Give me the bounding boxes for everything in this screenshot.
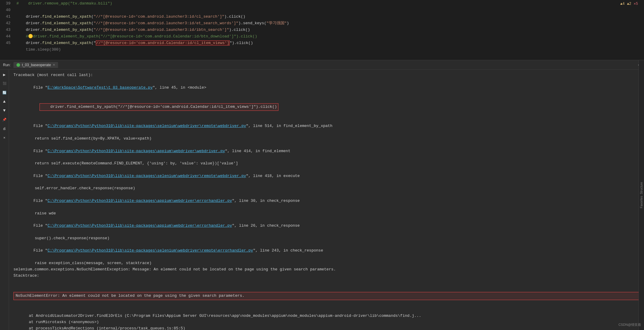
stack-trace-1: at AndroidUiautomator2Driver.findElOrEls… — [13, 313, 640, 319]
code-line-39: 39 # driver.remove_app("tv.danmaku.bili"… — [0, 0, 644, 7]
traceback-file-4: File "C:\Programs\Python\Python310\lib\s… — [13, 167, 640, 185]
run-tab[interactable]: t_03_baseoperate ✕ — [13, 62, 58, 68]
favorites-label: Favorites — [640, 196, 643, 208]
side-labels-panel: Structure Favorites — [639, 60, 644, 330]
stack-trace-3: at processTicksAndRejections (internal/p… — [13, 326, 640, 330]
run-tab-name: t_03_baseoperate — [22, 63, 51, 67]
tab-python-icon — [16, 63, 20, 67]
scroll-up-button[interactable]: ▲ — [1, 98, 8, 105]
traceback-file-5: File "C:\Programs\Python\Python310\lib\s… — [13, 192, 640, 210]
code-line-45: 45 driver.find_element_by_xpath("//*[@re… — [0, 40, 644, 46]
file-link-2[interactable]: C:\Programs\Python\Python310\lib\site-pa… — [48, 124, 246, 128]
traceback-code-6: super().check_response(response) — [13, 235, 640, 242]
traceback-file-7: File "C:\Programs\Python\Python310\lib\s… — [13, 242, 640, 260]
stack-trace-2: at runMicrotasks (<anonymous>) — [13, 319, 640, 326]
traceback-file-3: File "C:\Programs\Python\Python310\lib\s… — [13, 142, 640, 161]
run-label: Run: — [3, 63, 10, 67]
code-editor: ▲4 ▲2 ✕5 39 # driver.remove_app("tv.danm… — [0, 0, 644, 60]
run-panel: Run: t_03_baseoperate ✕ ⚙ ▶ ⬛ 🔄 ▲ ▼ 📌 🖨 … — [0, 60, 644, 330]
warning-yellow-1: ▲4 — [620, 1, 625, 6]
run-button[interactable]: ▶ — [1, 71, 8, 78]
file-link-6[interactable]: C:\Programs\Python\Python310\lib\site-pa… — [48, 223, 232, 228]
code-line-40: 40 — [0, 7, 644, 13]
warning-red: ✕5 — [634, 1, 638, 6]
traceback-code-7: raise exception_class(message, screen, s… — [13, 260, 640, 267]
code-line-42: 42 driver.find_element_by_xpath("//*[@re… — [0, 20, 644, 26]
traceback-header: Traceback (most recent call last): — [13, 72, 640, 78]
traceback-file-6: File "C:\Programs\Python\Python310\lib\s… — [13, 217, 640, 235]
file-link-1[interactable]: E:\WorkSpace\SoftwareTest\t_03_baseopera… — [48, 85, 153, 90]
traceback-code-1: driver.find_element_by_xpath("//*[@resou… — [13, 97, 640, 117]
code-line-46: time.sleep(300) — [0, 46, 644, 53]
nosuchelement-error: NoSuchElementError: An element could not… — [13, 279, 640, 313]
stacktrace-label: Stacktrace: — [13, 273, 640, 279]
rerun-button[interactable]: 🔄 — [1, 89, 8, 96]
file-link-4[interactable]: C:\Programs\Python\Python310\lib\site-pa… — [48, 174, 246, 178]
traceback-file-2: File "C:\Programs\Python\Python310\lib\s… — [13, 117, 640, 136]
output-content[interactable]: Traceback (most recent call last): File … — [9, 70, 644, 330]
scroll-down-button[interactable]: ▼ — [1, 107, 8, 114]
exception-line: selenium.common.exceptions.NoSuchElement… — [13, 267, 640, 273]
csdn-watermark: CSDN@情笑着 — [619, 323, 641, 327]
traceback-file-1: File "E:\WorkSpace\SoftwareTest\t_03_bas… — [13, 78, 640, 97]
run-header: Run: t_03_baseoperate ✕ ⚙ — [0, 60, 644, 70]
code-line-41: 41 driver.find_element_by_xpath("//*[@re… — [0, 13, 644, 20]
code-line-44: 44 #🟡driver.find_element_by_xpath("//*[@… — [0, 33, 644, 40]
traceback-code-5: raise wde — [13, 211, 640, 217]
warnings-panel: ▲4 ▲2 ✕5 — [620, 1, 638, 6]
file-link-3[interactable]: C:\Programs\Python\Python310\lib\site-pa… — [48, 149, 225, 153]
traceback-code-2: return self.find_element(by=By.XPATH, va… — [13, 136, 640, 142]
warning-yellow-2: ▲2 — [627, 1, 631, 6]
print-button[interactable]: 🖨 — [1, 125, 8, 132]
traceback-code-4: self.error_handler.check_response(respon… — [13, 185, 640, 192]
stop-button[interactable]: ⬛ — [1, 80, 8, 87]
traceback-code-3: return self.execute(RemoteCommand.FIND_E… — [13, 161, 640, 167]
file-link-5[interactable]: C:\Programs\Python\Python310\lib\site-pa… — [48, 199, 232, 203]
pin-button[interactable]: 📌 — [1, 116, 8, 123]
side-toolbar: ▶ ⬛ 🔄 ▲ ▼ 📌 🖨 ✕ — [0, 70, 9, 330]
code-line-43: 43 driver.find_element_by_xpath("//*[@re… — [0, 26, 644, 33]
close-button[interactable]: ✕ — [1, 134, 8, 141]
tab-close-button[interactable]: ✕ — [53, 63, 55, 66]
structure-label: Structure — [640, 182, 643, 194]
file-link-7[interactable]: C:\Programs\Python\Python310\lib\site-pa… — [48, 248, 253, 253]
